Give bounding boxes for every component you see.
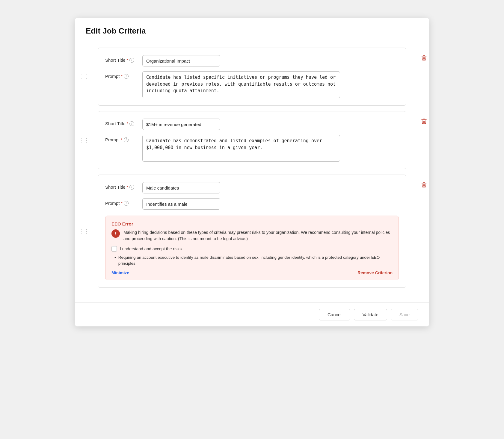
short-title-row: Short Title * i bbox=[105, 182, 399, 193]
delete-criterion-button[interactable] bbox=[421, 55, 427, 62]
short-title-row: Short Title * i bbox=[105, 55, 399, 66]
short-title-row: Short Title * i bbox=[105, 119, 399, 130]
criteria-row: ⋮⋮Short Title * iPrompt * i bbox=[86, 111, 418, 169]
page-title: Edit Job Criteria bbox=[86, 26, 418, 36]
prompt-info-icon[interactable]: i bbox=[124, 201, 129, 206]
eeo-error-title: EEO Error bbox=[111, 221, 393, 226]
eeo-checkbox-label: I understand and accept the risks bbox=[120, 246, 182, 251]
modal-footer: Cancel Validate Save bbox=[75, 302, 429, 326]
prompt-row: Prompt * i bbox=[105, 71, 399, 98]
validate-button[interactable]: Validate bbox=[354, 309, 387, 320]
eeo-remove-criterion-button[interactable]: Remove Criterion bbox=[357, 270, 393, 275]
eeo-accept-checkbox[interactable] bbox=[111, 246, 117, 252]
criteria-card: Short Title * iPrompt * i bbox=[98, 111, 406, 169]
eeo-checkbox-row: I understand and accept the risks bbox=[111, 246, 393, 252]
modal-header: Edit Job Criteria bbox=[75, 18, 429, 42]
short-title-label: Short Title * i bbox=[105, 55, 138, 63]
modal-body: ⋮⋮Short Title * iPrompt * i⋮⋮Short Title… bbox=[75, 42, 429, 302]
criteria-card: Short Title * iPrompt * i bbox=[98, 48, 406, 106]
cancel-button[interactable]: Cancel bbox=[319, 309, 350, 320]
prompt-row: Prompt * i bbox=[105, 198, 399, 210]
save-button[interactable]: Save bbox=[391, 309, 418, 320]
short-title-info-icon[interactable]: i bbox=[129, 185, 134, 190]
eeo-bullet-item: Requiring an account executive to identi… bbox=[114, 255, 393, 267]
criteria-card: Short Title * iPrompt * i EEO Error ! Ma… bbox=[98, 175, 406, 288]
delete-criterion-button[interactable] bbox=[421, 182, 427, 189]
eeo-error-text: Making hiring decisions based on these t… bbox=[123, 229, 393, 242]
short-title-info-icon[interactable]: i bbox=[129, 58, 134, 63]
required-marker: * bbox=[127, 121, 128, 126]
prompt-input[interactable] bbox=[142, 198, 220, 210]
prompt-row: Prompt * i bbox=[105, 135, 399, 162]
prompt-info-icon[interactable]: i bbox=[124, 137, 129, 142]
required-marker: * bbox=[127, 58, 128, 63]
prompt-textarea[interactable] bbox=[142, 71, 340, 98]
prompt-label: Prompt * i bbox=[105, 135, 138, 142]
required-marker: * bbox=[121, 201, 122, 206]
eeo-footer: Minimize Remove Criterion bbox=[111, 270, 393, 275]
required-marker: * bbox=[121, 74, 122, 79]
required-marker: * bbox=[121, 137, 122, 142]
prompt-label: Prompt * i bbox=[105, 71, 138, 79]
prompt-textarea[interactable] bbox=[142, 135, 340, 162]
short-title-input[interactable] bbox=[142, 55, 220, 66]
criteria-row: ⋮⋮Short Title * iPrompt * i bbox=[86, 48, 418, 106]
required-marker: * bbox=[127, 185, 128, 190]
eeo-minimize-button[interactable]: Minimize bbox=[111, 270, 129, 275]
short-title-label: Short Title * i bbox=[105, 182, 138, 190]
drag-handle-icon[interactable]: ⋮⋮ bbox=[79, 137, 89, 143]
drag-handle-icon[interactable]: ⋮⋮ bbox=[79, 228, 89, 234]
short-title-input[interactable] bbox=[142, 119, 220, 130]
prompt-label: Prompt * i bbox=[105, 198, 138, 206]
prompt-info-icon[interactable]: i bbox=[124, 74, 129, 79]
short-title-input[interactable] bbox=[142, 182, 220, 193]
short-title-info-icon[interactable]: i bbox=[129, 121, 134, 126]
alert-icon: ! bbox=[111, 229, 120, 238]
delete-criterion-button[interactable] bbox=[421, 118, 427, 126]
eeo-error-body: ! Making hiring decisions based on these… bbox=[111, 229, 393, 242]
short-title-label: Short Title * i bbox=[105, 119, 138, 126]
modal: Edit Job Criteria ⋮⋮Short Title * iPromp… bbox=[75, 18, 429, 326]
drag-handle-icon[interactable]: ⋮⋮ bbox=[79, 73, 89, 80]
criteria-row: ⋮⋮Short Title * iPrompt * i EEO Error ! … bbox=[86, 175, 418, 288]
eeo-error-box: EEO Error ! Making hiring decisions base… bbox=[105, 216, 399, 280]
